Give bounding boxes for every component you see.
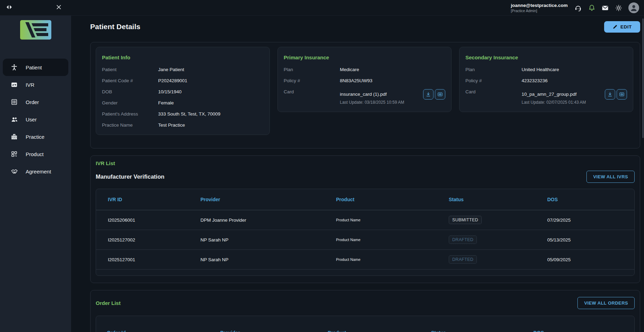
field-value: Female bbox=[158, 100, 264, 105]
theme-sun-icon[interactable] bbox=[615, 4, 622, 12]
page-title: Patient Details bbox=[90, 23, 140, 31]
sidebar-item-user[interactable]: User bbox=[3, 111, 68, 128]
column-header: DOS bbox=[533, 316, 634, 332]
status-badge: SUBMITTED bbox=[449, 216, 482, 224]
cell-dos: 05/09/2025 bbox=[547, 257, 634, 262]
field-value: P2024289001 bbox=[158, 78, 264, 83]
field-label: Patient Code # bbox=[102, 78, 158, 83]
sidebar-item-label: Practice bbox=[26, 134, 44, 140]
field-value: Medicare bbox=[340, 67, 445, 72]
agreement-icon bbox=[10, 168, 18, 175]
card-title: Patient Info bbox=[102, 54, 264, 60]
sidebar-item-ivr[interactable]: IVR bbox=[3, 76, 68, 93]
sidebar: Patient IVR bbox=[0, 16, 71, 332]
preview-button[interactable] bbox=[435, 89, 445, 100]
ivr-table-row[interactable]: I2025127002 NP Sarah NP Product Name DRA… bbox=[96, 230, 634, 250]
user-avatar[interactable] bbox=[628, 2, 639, 13]
ivr-list-panel: IVR List Manufacturer Verification VIEW … bbox=[90, 155, 640, 283]
field-label: Plan bbox=[465, 67, 522, 72]
sidebar-collapse-icon[interactable] bbox=[6, 5, 12, 10]
field-value: United Healthcare bbox=[522, 67, 627, 72]
insurance-card-last-update: Last Update: 03/18/2025 10:59 AM bbox=[340, 100, 404, 105]
field-value: Test Practice bbox=[158, 122, 264, 128]
column-header: IVR ID bbox=[108, 197, 200, 202]
field-label: Patient's Address bbox=[102, 111, 158, 117]
column-header: Product bbox=[336, 197, 449, 202]
field-value: 8N83A25UW93 bbox=[340, 78, 445, 83]
column-header: DOS bbox=[547, 197, 634, 202]
ivr-table-row[interactable]: I2025206001 DPM Joanne Provider Product … bbox=[96, 210, 634, 230]
topbar: joanne@testpractice.com [Practice Admin] bbox=[0, 0, 644, 16]
field-label: Gender bbox=[102, 100, 158, 105]
card-title: Primary Insurance bbox=[284, 54, 445, 60]
cell-provider: DPM Joanne Provider bbox=[200, 218, 336, 223]
patient-icon bbox=[10, 63, 18, 71]
ivr-table: IVR ID Provider Product Status DOS I2025… bbox=[96, 189, 635, 276]
ivr-icon bbox=[10, 81, 18, 88]
column-header: Provider bbox=[220, 316, 328, 332]
user-role: [Practice Admin] bbox=[511, 9, 568, 13]
insurance-card-filename: insurance_card (1).pdf bbox=[340, 92, 404, 97]
cell-dos: 07/29/2025 bbox=[547, 218, 634, 223]
sidebar-item-patient[interactable]: Patient bbox=[3, 59, 68, 76]
page-scrollbar bbox=[642, 16, 644, 332]
practice-icon bbox=[10, 133, 18, 141]
sidebar-item-label: User bbox=[26, 117, 37, 122]
field-value: 10/15/1940 bbox=[158, 89, 264, 94]
app-logo bbox=[20, 20, 51, 40]
preview-button[interactable] bbox=[617, 89, 627, 100]
cell-provider: NP Sarah NP bbox=[200, 237, 336, 242]
cell-product: Product Name bbox=[336, 238, 449, 242]
mail-icon[interactable] bbox=[601, 4, 609, 12]
status-badge: DRAFTED bbox=[449, 236, 477, 244]
ivr-list-title: IVR List bbox=[96, 160, 635, 166]
view-all-orders-button[interactable]: VIEW ALL ORDERS bbox=[577, 297, 635, 309]
view-all-ivrs-button[interactable]: VIEW ALL IVRS bbox=[586, 171, 635, 183]
cell-ivr-id: I2025206001 bbox=[108, 218, 200, 223]
notifications-bell-icon[interactable] bbox=[588, 4, 595, 12]
field-value: 4232323236 bbox=[522, 78, 627, 83]
product-icon bbox=[10, 150, 18, 158]
sidebar-item-label: Agreement bbox=[26, 169, 51, 174]
ivr-subtitle: Manufacturer Verification bbox=[96, 173, 164, 180]
column-header: Product bbox=[328, 316, 431, 332]
sidebar-item-product[interactable]: Product bbox=[3, 145, 68, 163]
main-content: Patient Details EDIT Patient Info Patien… bbox=[71, 16, 644, 332]
cell-ivr-id: I2025127001 bbox=[108, 257, 200, 262]
order-list-title: Order List bbox=[96, 300, 121, 306]
column-header: Order Id bbox=[107, 316, 220, 332]
close-icon[interactable] bbox=[56, 5, 61, 10]
status-badge: DRAFTED bbox=[449, 255, 477, 264]
cell-product: Product Name bbox=[336, 257, 449, 262]
user-email: joanne@testpractice.com bbox=[511, 3, 568, 8]
patient-info-card: Patient Info PatientJane Patient Patient… bbox=[96, 47, 270, 135]
edit-button[interactable]: EDIT bbox=[604, 21, 640, 33]
order-table-header: Order Id Provider Product Status DOS bbox=[96, 316, 634, 332]
order-table: Order Id Provider Product Status DOS bbox=[96, 316, 635, 332]
field-value: 333 South St, Test, TX, 70009 bbox=[158, 111, 264, 117]
field-label: Patient bbox=[102, 67, 158, 72]
sidebar-item-order[interactable]: Order bbox=[3, 93, 68, 111]
sidebar-item-agreement[interactable]: Agreement bbox=[3, 163, 68, 180]
primary-insurance-card: Primary Insurance PlanMedicare Policy #8… bbox=[277, 47, 452, 112]
patient-summary-panel: Patient Info PatientJane Patient Patient… bbox=[90, 42, 640, 148]
pencil-icon bbox=[612, 24, 618, 29]
support-agent-icon[interactable] bbox=[574, 4, 582, 12]
card-title: Secondary Insurance bbox=[465, 54, 627, 60]
field-label: Policy # bbox=[284, 78, 340, 83]
sidebar-item-label: IVR bbox=[26, 82, 34, 88]
ivr-table-row[interactable]: I2025127001 NP Sarah NP Product Name DRA… bbox=[96, 250, 634, 270]
sidebar-item-practice[interactable]: Practice bbox=[3, 128, 68, 145]
download-button[interactable] bbox=[423, 89, 433, 100]
insurance-card-last-update: Last Update: 02/07/2025 01:43 AM bbox=[522, 100, 586, 105]
app-root: joanne@testpractice.com [Practice Admin] bbox=[0, 0, 644, 332]
field-value: Jane Patient bbox=[158, 67, 264, 72]
download-button[interactable] bbox=[605, 89, 615, 100]
column-header: Provider bbox=[200, 197, 336, 202]
field-label: Card bbox=[284, 89, 340, 105]
order-icon bbox=[10, 98, 18, 106]
preview-icon bbox=[619, 92, 625, 97]
scrollbar-thumb[interactable] bbox=[642, 18, 644, 138]
download-icon bbox=[426, 92, 431, 97]
field-label: Practice Name bbox=[102, 122, 158, 128]
